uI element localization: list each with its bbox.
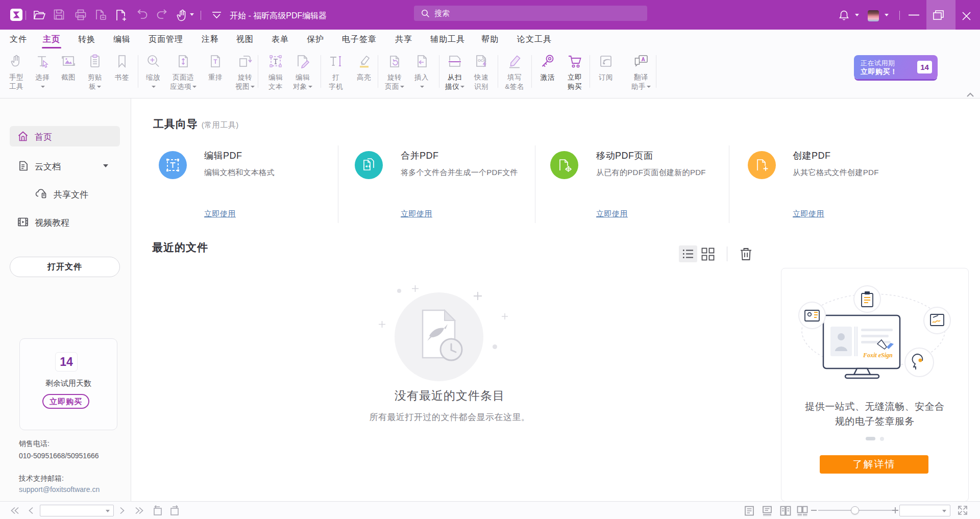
use-now-link[interactable]: 立即使用: [793, 209, 824, 219]
use-now-link[interactable]: 立即使用: [401, 209, 432, 219]
dropdown-arrow-icon: [647, 86, 651, 88]
sparkle-icon: [412, 285, 419, 292]
notifications-dropdown-icon[interactable]: [855, 14, 859, 16]
menu-bar: 文件主页转换编辑页面管理注释视图表单保护电子签章共享辅助工具帮助论文工具: [0, 30, 980, 50]
hand-tool-dropdown-icon[interactable]: [190, 13, 194, 16]
esign-illustration: Foxit eSign: [792, 280, 960, 394]
sidebar-item-cloud-docs[interactable]: 云文档: [10, 156, 120, 176]
use-now-link[interactable]: 立即使用: [596, 209, 628, 219]
cart-icon: [567, 54, 582, 69]
titlebar-separator: [26, 11, 26, 20]
menu-item-13[interactable]: 论文工具: [517, 34, 552, 45]
page-dropdown-icon[interactable]: [106, 510, 110, 512]
first-page-button[interactable]: [10, 507, 19, 514]
menu-item-10[interactable]: 共享: [395, 34, 412, 45]
next-page-button[interactable]: [119, 507, 125, 514]
menu-item-9[interactable]: 电子签章: [342, 34, 377, 45]
card-description: 将多个文件合并生成一个PDF文件: [401, 168, 518, 178]
card-description: 从其它格式文件创建PDF: [793, 168, 879, 178]
account-dropdown-icon[interactable]: [885, 14, 889, 16]
menu-item-1[interactable]: 主页: [43, 34, 60, 45]
clear-recent-trash-icon[interactable]: [739, 246, 753, 261]
zoom-dropdown-icon[interactable]: [942, 510, 946, 512]
card-title: 创建PDF: [793, 150, 831, 162]
activate-icon: [540, 54, 555, 69]
continuous-view-icon[interactable]: [762, 506, 772, 516]
card-description: 从已有的PDF页面创建新的PDF: [596, 168, 706, 178]
esign-promo-text: 提供一站式、无缝流畅、安全合规的电子签章服务: [781, 399, 968, 429]
menu-item-12[interactable]: 帮助: [481, 34, 499, 45]
rotate-right-icon[interactable]: [169, 505, 181, 516]
open-file-button[interactable]: 打开文件: [10, 257, 120, 277]
carousel-dot[interactable]: [880, 437, 884, 441]
menu-file[interactable]: 文件: [10, 34, 27, 45]
user-avatar[interactable]: [868, 10, 879, 21]
last-page-button[interactable]: [135, 507, 144, 514]
menu-item-8[interactable]: 保护: [307, 34, 324, 45]
move-pdf-icon: [550, 151, 578, 179]
new-document-icon[interactable]: [116, 9, 128, 21]
zoom-in-button[interactable]: [892, 507, 898, 513]
cloud-docs-expand-icon[interactable]: [103, 164, 108, 167]
single-page-view-icon[interactable]: [744, 506, 754, 516]
support-email-address[interactable]: support@foxitsoftware.cn: [19, 485, 100, 493]
sidebar-item-home[interactable]: 首页: [10, 126, 120, 146]
minimize-button[interactable]: [909, 14, 919, 16]
close-file-icon: [95, 9, 108, 21]
previous-page-button[interactable]: [29, 507, 34, 514]
sparkle-icon: [474, 292, 482, 300]
menu-item-7[interactable]: 表单: [272, 34, 289, 45]
list-view-button[interactable]: [679, 245, 697, 262]
menu-item-4[interactable]: 页面管理: [149, 34, 183, 45]
close-button[interactable]: [962, 12, 971, 20]
edit-pdf-icon: [159, 151, 187, 179]
sidebar-item-video-tutorials[interactable]: 视频教程: [10, 212, 120, 232]
zoom-slider-thumb[interactable]: [851, 506, 859, 514]
facing-view-icon[interactable]: [780, 506, 791, 516]
menu-item-6[interactable]: 视图: [236, 34, 254, 45]
learn-more-button[interactable]: 了解详情: [820, 455, 928, 474]
dropdown-arrow-icon: [192, 86, 197, 88]
carousel-dots[interactable]: [781, 434, 968, 443]
page-number-input[interactable]: [40, 505, 114, 516]
menu-item-11[interactable]: 辅助工具: [430, 34, 465, 45]
app-logo-icon[interactable]: [10, 9, 22, 21]
trial-badge[interactable]: 正在试用期 立即购买！ 14: [854, 55, 938, 79]
card-title: 合并PDF: [401, 150, 439, 162]
card-divider: [535, 145, 535, 223]
card-title: 编辑PDF: [204, 150, 242, 162]
zoom-level-input[interactable]: [899, 505, 950, 516]
menu-item-5[interactable]: 注释: [202, 34, 219, 45]
menu-item-2[interactable]: 转换: [78, 34, 95, 45]
collapse-ribbon-icon[interactable]: [212, 12, 222, 19]
trial-days-count: 14: [55, 352, 78, 372]
open-folder-icon[interactable]: [33, 9, 45, 21]
card-description: 编辑文档和文本格式: [204, 168, 275, 178]
titlebar-separator2: [201, 11, 201, 20]
save-icon: [54, 9, 66, 21]
redo-icon: [157, 9, 169, 21]
hand-tool-icon[interactable]: [177, 9, 189, 21]
trial-badge-line2: 立即购买！: [861, 67, 898, 77]
fullscreen-icon[interactable]: [958, 506, 967, 515]
bookmark-icon: [114, 54, 130, 69]
edit-object-icon: [295, 54, 310, 69]
rotate-left-icon[interactable]: [151, 505, 163, 516]
buy-now-button[interactable]: 立即购买: [42, 394, 89, 409]
sidebar-item-label: 视频教程: [35, 217, 69, 229]
restore-button[interactable]: [926, 0, 955, 30]
grid-view-button[interactable]: [701, 248, 715, 261]
sparkle-icon: [379, 321, 385, 328]
sparkle-icon: [502, 313, 508, 319]
collapse-toolbar-icon[interactable]: [966, 92, 974, 98]
notifications-bell-icon[interactable]: [839, 10, 849, 21]
menu-item-3[interactable]: 编辑: [113, 34, 131, 45]
search-input[interactable]: 搜索: [414, 6, 647, 21]
sidebar-item-shared-files[interactable]: 共享文件: [10, 184, 120, 204]
shared-cloud-icon: [35, 188, 47, 200]
use-now-link[interactable]: 立即使用: [204, 209, 236, 219]
facing-continuous-view-icon[interactable]: [797, 506, 808, 516]
zoom-out-button[interactable]: [811, 509, 817, 511]
carousel-dot-active[interactable]: [866, 437, 875, 440]
card-title: 移动PDF页面: [596, 150, 653, 162]
